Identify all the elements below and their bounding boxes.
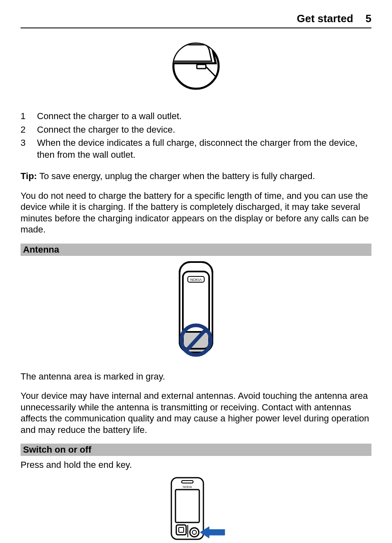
step-number: 1 bbox=[21, 110, 28, 122]
header-title: Get started bbox=[297, 12, 353, 25]
antenna-caption: The antenna area is marked in gray. bbox=[21, 371, 371, 382]
svg-point-15 bbox=[190, 528, 199, 537]
section-heading-switch: Switch on or off bbox=[21, 444, 371, 456]
tip-paragraph: Tip: To save energy, unplug the charger … bbox=[21, 170, 371, 182]
header-rule bbox=[21, 28, 371, 28]
antenna-body: Your device may have internal and extern… bbox=[21, 390, 371, 435]
step-text: Connect the charger to the device. bbox=[37, 124, 175, 136]
step-number: 2 bbox=[21, 124, 28, 136]
tip-label: Tip: bbox=[21, 171, 37, 181]
phone-back-icon: NOKIA bbox=[167, 260, 225, 359]
nokia-label: NOKIA bbox=[190, 278, 202, 282]
nokia-label: NOKIA bbox=[183, 485, 192, 488]
svg-rect-11 bbox=[182, 481, 193, 483]
step-number: 3 bbox=[21, 137, 28, 161]
page-number: 5 bbox=[366, 12, 371, 25]
charge-paragraph: You do not need to charge the battery fo… bbox=[21, 190, 371, 235]
section-heading-antenna: Antenna bbox=[21, 244, 371, 256]
list-item: 3 When the device indicates a full charg… bbox=[21, 137, 371, 161]
steps-list: 1 Connect the charger to a wall outlet. … bbox=[21, 110, 371, 161]
page: Get started 5 1 Connect the charger to a… bbox=[0, 0, 392, 543]
figure-antenna: NOKIA bbox=[21, 260, 371, 359]
page-header: Get started 5 bbox=[21, 12, 371, 25]
tip-text: To save energy, unplug the charger when … bbox=[37, 171, 315, 181]
figure-switch: NOKIA bbox=[21, 476, 371, 541]
svg-rect-14 bbox=[179, 527, 184, 532]
step-text: Connect the charger to a wall outlet. bbox=[37, 110, 182, 122]
list-item: 1 Connect the charger to a wall outlet. bbox=[21, 110, 371, 122]
svg-rect-2 bbox=[197, 64, 206, 69]
step-text: When the device indicates a full charge,… bbox=[37, 137, 371, 161]
phone-front-endkey-icon: NOKIA bbox=[159, 476, 233, 541]
figure-charger bbox=[21, 41, 371, 98]
list-item: 2 Connect the charger to the device. bbox=[21, 124, 371, 136]
switch-body: Press and hold the end key. bbox=[21, 459, 371, 471]
charger-icon bbox=[167, 41, 225, 98]
svg-rect-12 bbox=[175, 490, 199, 522]
